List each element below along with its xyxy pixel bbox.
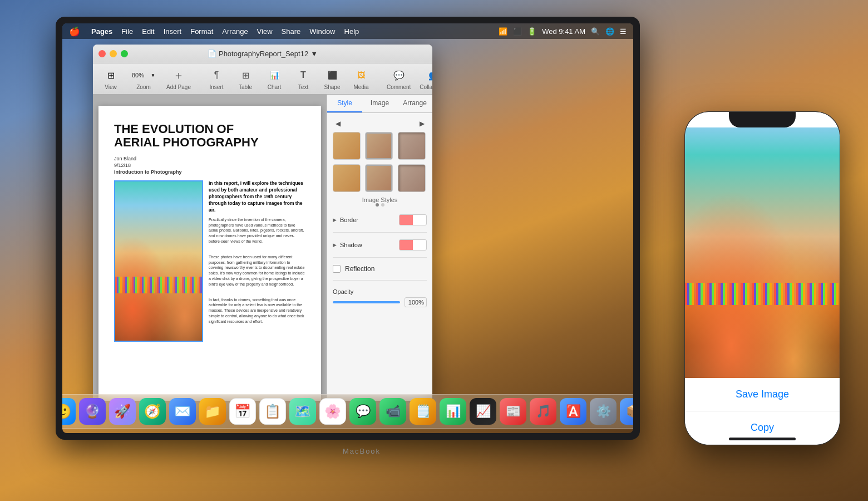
insert-button[interactable]: ¶ (206, 67, 226, 83)
add-page-button[interactable]: ＋ (166, 67, 191, 83)
dock-music[interactable]: 🎵 (530, 398, 556, 425)
dock-finder[interactable]: 🙂 (62, 398, 76, 425)
page-author: Jon Bland (114, 156, 305, 161)
share-menu[interactable]: Share (282, 27, 301, 36)
window-menu[interactable]: Window (309, 27, 335, 36)
insert-menu[interactable]: Insert (164, 27, 182, 36)
style-thumb-4[interactable] (333, 164, 361, 192)
toolbar-shape-group[interactable]: ⬛ Shape (319, 67, 346, 90)
toolbar-addpage-group[interactable]: ＋ Add Page (163, 67, 194, 90)
style-label: Image Styles (333, 197, 427, 203)
aerial-photo (115, 181, 202, 341)
close-button[interactable] (98, 50, 106, 57)
dock-settings[interactable]: ⚙️ (590, 398, 617, 425)
toolbar-view-group[interactable]: ⊞ View (97, 67, 124, 90)
dock-facetime[interactable]: 📹 (379, 398, 406, 425)
save-image-button[interactable]: Save Image (685, 378, 840, 411)
shape-button[interactable]: ⬛ (322, 67, 342, 83)
page-content-row: In this report, I will explore the techn… (114, 180, 305, 342)
table-button[interactable]: ⊞ (235, 67, 255, 83)
format-menu[interactable]: Format (190, 27, 213, 36)
opacity-value[interactable]: 100% (405, 297, 427, 307)
tab-arrange[interactable]: Arrange (397, 95, 432, 112)
dock-messages[interactable]: 💬 (349, 398, 376, 425)
tab-style[interactable]: Style (327, 95, 362, 112)
dock-calendar[interactable]: 📅 (229, 398, 256, 425)
toolbar-text-group[interactable]: T Text (290, 67, 317, 90)
dock-safari[interactable]: 🧭 (139, 398, 166, 425)
view-menu[interactable]: View (257, 27, 273, 36)
shadow-expand-arrow[interactable]: ▶ (333, 242, 337, 248)
iphone-home-indicator[interactable] (729, 438, 796, 440)
arrange-menu[interactable]: Arrange (222, 27, 248, 36)
toolbar-insert-group[interactable]: ¶ Insert (203, 67, 230, 90)
chart-button[interactable]: 📊 (264, 67, 284, 83)
edit-menu[interactable]: Edit (142, 27, 154, 36)
dock-rocket[interactable]: 🚀 (109, 398, 136, 425)
page-body-text-2: These photos have been used for many dif… (209, 254, 305, 287)
text-button[interactable]: T (293, 67, 313, 83)
page-date: 9/12/18 (114, 163, 305, 168)
page-aerial-image[interactable] (114, 180, 203, 342)
shadow-color-swatch[interactable] (399, 239, 427, 250)
dock-siri[interactable]: 🔮 (79, 398, 106, 425)
collaborate-button[interactable]: 👥 (424, 67, 432, 83)
document-icon: 📄 (208, 50, 216, 58)
ios-share-sheet: Save Image Copy (685, 378, 840, 445)
menu-icon[interactable]: ☰ (620, 27, 627, 36)
border-color-swatch[interactable] (399, 214, 427, 225)
file-menu[interactable]: File (121, 27, 133, 36)
dock-numbers[interactable]: 📊 (440, 398, 466, 425)
zoom-value: 80% (132, 72, 144, 78)
border-label: Border (340, 217, 396, 223)
page-subtitle: Introduction to Photography (114, 169, 305, 175)
toolbar-table-group[interactable]: ⊞ Table (232, 67, 259, 90)
dock-news[interactable]: 📰 (500, 398, 526, 425)
clock: Wed 9:41 AM (542, 27, 585, 36)
opacity-slider[interactable] (333, 301, 400, 303)
tab-image[interactable]: Image (362, 95, 397, 112)
menubar: 🍎 Pages File Edit Insert Format Arrange … (62, 23, 633, 39)
style-thumb-1[interactable] (333, 132, 361, 160)
dock-airdrop[interactable]: 📦 (620, 398, 633, 425)
comment-label: Comment (387, 84, 411, 90)
dock-mail[interactable]: ✉️ (169, 398, 196, 425)
zoom-button[interactable]: 80% ▼ (130, 67, 157, 83)
search-icon[interactable]: 🔍 (591, 27, 600, 36)
minimize-button[interactable] (110, 50, 117, 57)
dock: 🙂 🔮 🚀 🧭 ✉️ 📁 📅 (62, 394, 633, 429)
style-thumb-6[interactable] (398, 164, 426, 192)
toolbar-comment-group[interactable]: 💬 Comment (383, 67, 414, 90)
toolbar-collaborate-group[interactable]: 👥 Collaborate (416, 67, 432, 90)
style-nav-next[interactable]: ▶ (417, 119, 427, 129)
dock-reminders[interactable]: 📋 (259, 398, 286, 425)
window-title: 📄 PhotographyReport_Sept12 ▼ (208, 50, 318, 58)
toolbar-zoom-group[interactable]: 80% ▼ Zoom (126, 67, 161, 90)
dock-appstore[interactable]: 🅰️ (560, 398, 586, 425)
toolbar-media-group[interactable]: 🖼 Media (348, 67, 374, 90)
media-button[interactable]: 🖼 (351, 67, 371, 83)
style-nav-prev[interactable]: ◀ (333, 119, 343, 129)
dock-notes2[interactable]: 🗒️ (410, 398, 436, 425)
border-expand-arrow[interactable]: ▶ (333, 217, 337, 223)
view-button[interactable]: ⊞ (101, 67, 121, 83)
apple-menu[interactable]: 🍎 (69, 26, 80, 37)
siri-icon[interactable]: 🌐 (605, 27, 614, 36)
comment-button[interactable]: 💬 (389, 67, 409, 83)
help-menu[interactable]: Help (344, 27, 359, 36)
comment-icon: 💬 (393, 70, 405, 81)
style-thumb-5[interactable] (365, 164, 393, 192)
dock-notes[interactable]: 📁 (199, 398, 226, 425)
title-dropdown-icon[interactable]: ▼ (310, 50, 318, 58)
toolbar-chart-group[interactable]: 📊 Chart (261, 67, 288, 90)
style-thumb-2[interactable] (365, 132, 393, 160)
dock-stocks[interactable]: 📈 (470, 398, 496, 425)
reflection-checkbox[interactable] (333, 265, 341, 273)
maximize-button[interactable] (121, 50, 128, 57)
insert-label: Insert (209, 84, 223, 90)
document-area[interactable]: THE EVOLUTION OF AERIAL PHOTOGRAPHY Jon … (93, 95, 327, 401)
dock-photos[interactable]: 🌸 (319, 398, 346, 425)
app-name-menu[interactable]: Pages (91, 27, 112, 36)
dock-maps[interactable]: 🗺️ (289, 398, 316, 425)
style-thumb-3[interactable] (398, 132, 426, 160)
